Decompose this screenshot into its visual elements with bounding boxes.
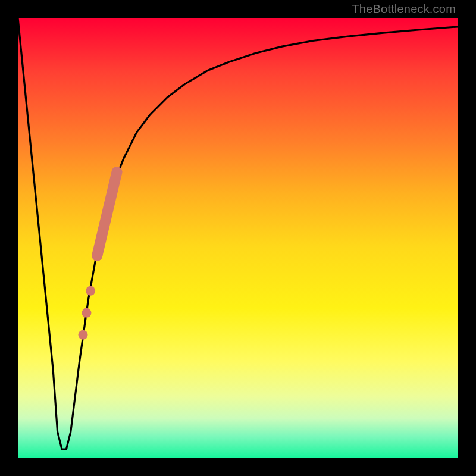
- highlight-dot: [92, 250, 102, 261]
- highlight-dot: [79, 330, 88, 340]
- highlight-dot: [82, 308, 91, 318]
- highlight-segment: [97, 172, 117, 256]
- chart-frame: TheBottleneck.com: [0, 0, 476, 476]
- chart-svg: [18, 18, 458, 458]
- highlight-dot: [86, 286, 95, 296]
- plot-area: [18, 18, 458, 458]
- watermark-text: TheBottleneck.com: [352, 2, 456, 16]
- bottleneck-curve: [18, 18, 458, 449]
- curve-layer: [18, 18, 458, 449]
- highlight-layer: [79, 172, 117, 340]
